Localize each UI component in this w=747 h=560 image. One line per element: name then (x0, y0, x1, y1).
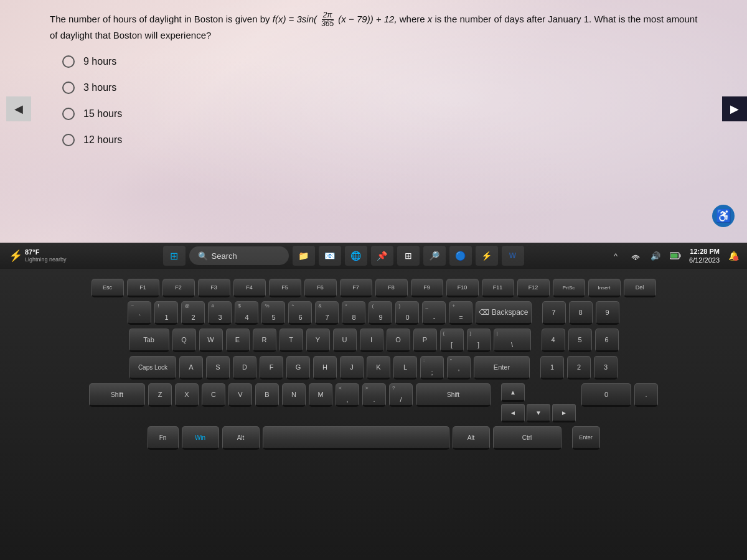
key-alt-left[interactable]: Alt (222, 426, 260, 450)
key-g[interactable]: G (286, 356, 310, 380)
taskbar-app-pinned1[interactable]: 📌 (371, 246, 393, 266)
key-s[interactable]: S (206, 356, 230, 380)
key-period[interactable]: > . (362, 383, 386, 407)
key-r[interactable]: R (253, 329, 276, 352)
key-quote[interactable]: " ' (447, 356, 471, 380)
radio-3-hours[interactable] (62, 82, 75, 94)
taskbar-app-chrome[interactable]: 🔵 (449, 246, 472, 266)
key-arrow-up[interactable]: ▲ (501, 383, 525, 402)
key-3[interactable]: # 3 (208, 301, 232, 325)
key-6[interactable]: ^ 6 (288, 301, 312, 325)
key-t[interactable]: T (280, 329, 303, 352)
key-fn[interactable]: Fn (148, 426, 179, 450)
key-f3[interactable]: F3 (198, 279, 230, 297)
start-button[interactable]: ⊞ (163, 246, 186, 266)
tray-chevron[interactable]: ^ (607, 247, 624, 264)
tray-network[interactable] (627, 247, 644, 264)
key-n[interactable]: N (282, 383, 306, 407)
key-a[interactable]: A (179, 356, 203, 380)
back-arrow-button[interactable]: ◀ (6, 96, 31, 121)
key-v[interactable]: V (228, 383, 252, 407)
key-backslash[interactable]: | \ (494, 329, 531, 352)
taskbar-app-word[interactable]: W (502, 246, 524, 266)
clock-widget[interactable]: 12:28 PM 6/12/2023 (687, 247, 722, 265)
radio-12-hours[interactable] (62, 134, 75, 146)
key-9[interactable]: ( 9 (369, 301, 392, 325)
key-num3[interactable]: 3 (594, 356, 618, 380)
key-p[interactable]: P (413, 329, 437, 352)
key-2[interactable]: @ 2 (181, 301, 205, 325)
key-space[interactable] (263, 426, 449, 450)
forward-arrow-button[interactable]: ▶ (722, 96, 747, 121)
key-capslock[interactable]: Caps Lock (129, 356, 176, 380)
key-l[interactable]: L (393, 356, 417, 380)
key-num5[interactable]: 5 (568, 329, 592, 352)
key-h[interactable]: H (313, 356, 337, 380)
option-12-hours[interactable]: 12 hours (62, 134, 710, 146)
key-enter[interactable]: Enter (474, 356, 530, 380)
key-slash[interactable]: ? / (389, 383, 413, 407)
key-num4[interactable]: 4 (542, 329, 565, 352)
key-c[interactable]: C (202, 383, 225, 407)
key-f1[interactable]: F1 (127, 279, 159, 297)
key-tab[interactable]: Tab (129, 329, 169, 352)
key-arrow-right[interactable]: ► (552, 404, 576, 422)
key-num7[interactable]: 7 (542, 301, 566, 325)
key-prtsc[interactable]: PrtSc (553, 279, 585, 297)
option-15-hours[interactable]: 15 hours (62, 108, 710, 120)
option-9-hours[interactable]: 9 hours (62, 55, 710, 68)
key-f2[interactable]: F2 (162, 279, 195, 297)
key-8[interactable]: * 8 (342, 301, 365, 325)
key-f12[interactable]: F12 (517, 279, 550, 297)
key-arrow-down[interactable]: ▼ (527, 404, 550, 422)
key-7[interactable]: & 7 (315, 301, 339, 325)
key-numdot[interactable]: . (634, 383, 658, 407)
taskbar-app-grid[interactable]: ⊞ (397, 246, 420, 266)
key-o[interactable]: O (387, 329, 410, 352)
option-3-hours[interactable]: 3 hours (62, 82, 710, 94)
key-u[interactable]: U (333, 329, 357, 352)
key-f[interactable]: F (260, 356, 283, 380)
key-1[interactable]: ! 1 (154, 301, 178, 325)
key-esc[interactable]: Esc (92, 279, 124, 297)
key-5[interactable]: % 5 (261, 301, 285, 325)
key-b[interactable]: B (255, 383, 279, 407)
key-rbracket[interactable]: } ] (467, 329, 491, 352)
key-numenter[interactable]: Enter (572, 426, 600, 450)
accessibility-button[interactable]: ♿ (712, 205, 735, 227)
taskbar-app-search2[interactable]: 🔎 (423, 246, 446, 266)
key-0[interactable]: ) 0 (395, 301, 419, 325)
key-alt-right[interactable]: Alt (453, 426, 490, 450)
key-backtick[interactable]: ~ ` (128, 301, 151, 325)
search-bar[interactable]: 🔍 Search (189, 246, 289, 265)
key-num9[interactable]: 9 (596, 301, 619, 325)
key-f9[interactable]: F9 (411, 279, 443, 297)
key-shift-left[interactable]: Shift (89, 383, 145, 407)
tray-volume[interactable]: 🔊 (647, 247, 664, 264)
key-num8[interactable]: 8 (569, 301, 593, 325)
key-lbracket[interactable]: { [ (440, 329, 464, 352)
tray-battery[interactable] (667, 247, 684, 264)
key-comma[interactable]: < , (336, 383, 359, 407)
key-num0[interactable]: 0 (581, 383, 631, 407)
key-equals[interactable]: + = (449, 301, 472, 325)
taskbar-app-mail[interactable]: 📧 (319, 246, 341, 266)
key-i[interactable]: I (360, 329, 383, 352)
taskbar-app-edge[interactable]: 🌐 (345, 246, 367, 266)
key-arrow-left[interactable]: ◄ (501, 404, 525, 422)
key-y[interactable]: Y (306, 329, 330, 352)
key-shift-right[interactable]: Shift (416, 383, 491, 407)
key-f5[interactable]: F5 (269, 279, 301, 297)
key-f10[interactable]: F10 (446, 279, 479, 297)
key-f7[interactable]: F7 (340, 279, 372, 297)
key-num6[interactable]: 6 (595, 329, 619, 352)
key-windows[interactable]: Win (182, 426, 219, 450)
key-backspace[interactable]: ⌫ Backspace (476, 301, 531, 325)
key-z[interactable]: Z (148, 383, 172, 407)
notification-button[interactable]: 🔔 (725, 247, 742, 264)
key-f4[interactable]: F4 (233, 279, 266, 297)
radio-9-hours[interactable] (62, 55, 75, 68)
key-f11[interactable]: F11 (482, 279, 514, 297)
key-insert[interactable]: Insert (588, 279, 621, 297)
key-num2[interactable]: 2 (567, 356, 591, 380)
